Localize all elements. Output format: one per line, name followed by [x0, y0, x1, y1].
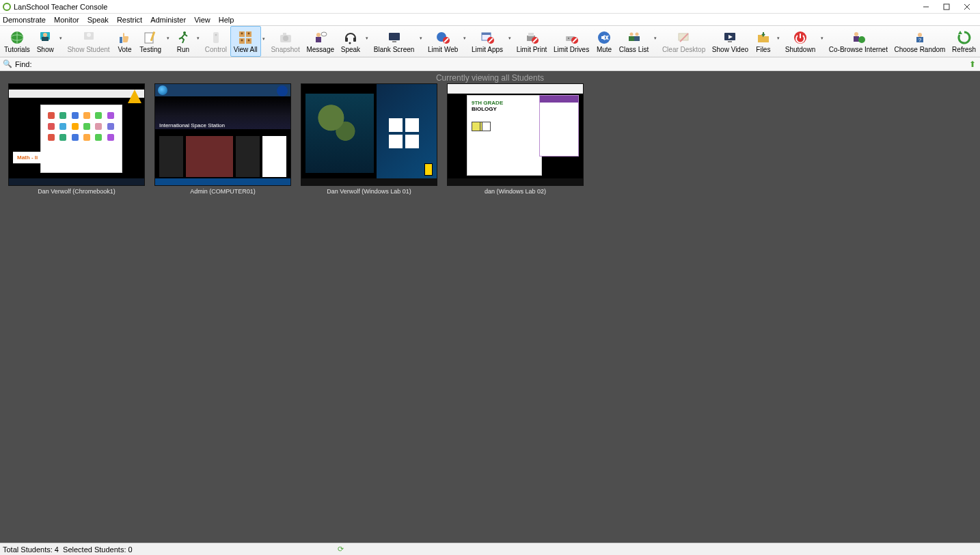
- dropdown-arrow-icon[interactable]: ▾: [821, 36, 824, 41]
- thumb-math-label: Math - li: [13, 152, 42, 163]
- dropdown-arrow-icon[interactable]: ▾: [654, 36, 657, 41]
- menu-demonstrate[interactable]: Demonstrate: [3, 16, 46, 24]
- drive-block-icon: [564, 30, 579, 45]
- menu-help[interactable]: Help: [219, 16, 234, 24]
- svg-point-8: [43, 33, 47, 37]
- dropdown-arrow-icon[interactable]: ▾: [262, 36, 265, 42]
- headset-icon: [343, 30, 358, 45]
- dropdown-arrow-icon[interactable]: ▾: [463, 36, 466, 41]
- toolbar-message-button[interactable]: Message: [303, 26, 338, 57]
- toolbar-refresh-button[interactable]: Refresh: [949, 26, 979, 57]
- toolbar-limit-drives-button[interactable]: Limit Drives: [550, 26, 593, 57]
- toolbar-shutdown-button[interactable]: Shutdown ▾: [782, 26, 819, 57]
- power-icon: [793, 30, 808, 45]
- toolbar: Tutorials Show ▾ Show Student Vote Testi…: [0, 26, 980, 57]
- camera-icon: [278, 30, 293, 45]
- toolbar-testing-label: Testing: [139, 46, 161, 53]
- toolbar-show-label: Show: [37, 46, 54, 53]
- svg-point-15: [183, 31, 186, 34]
- student-thumbnail[interactable]: 9TH GRADEBIOLOGY dan (Windows Lab 02): [447, 83, 584, 195]
- svg-point-27: [283, 36, 288, 41]
- toolbar-limit-apps-button[interactable]: Limit Apps ▾: [468, 26, 506, 57]
- toolbar-files-button[interactable]: Files ▾: [752, 26, 775, 57]
- thumb-bio-label: BIOLOGY: [472, 106, 537, 112]
- menu-monitor[interactable]: Monitor: [54, 16, 79, 24]
- toolbar-show-button[interactable]: Show ▾: [33, 26, 57, 57]
- person-random-icon: ?: [912, 30, 927, 45]
- svg-point-49: [568, 38, 569, 39]
- toolbar-show-student-label: Show Student: [67, 46, 109, 53]
- toolbar-class-list-button[interactable]: Class List ▾: [616, 26, 652, 57]
- toolbar-message-label: Message: [306, 46, 334, 53]
- svg-point-23: [248, 33, 250, 35]
- menubar: Demonstrate Monitor Speak Restrict Admin…: [0, 14, 980, 26]
- svg-point-55: [629, 33, 633, 36]
- svg-point-31: [321, 32, 327, 36]
- menu-restrict[interactable]: Restrict: [117, 16, 142, 24]
- svg-rect-41: [482, 33, 491, 35]
- find-label: Find:: [15, 60, 31, 68]
- svg-point-64: [854, 32, 858, 36]
- toolbar-blank-screen-button[interactable]: Blank Screen ▾: [370, 26, 418, 57]
- svg-marker-70: [958, 31, 962, 34]
- toolbar-view-all-label: View All: [234, 46, 258, 53]
- toolbar-show-video-button[interactable]: Show Video: [709, 26, 752, 57]
- monitor-blank-icon: [387, 30, 402, 45]
- folder-arrow-icon: [756, 30, 771, 45]
- dropdown-arrow-icon[interactable]: ▾: [167, 36, 169, 41]
- thumb-iss-label: International Space Station: [159, 122, 225, 128]
- dropdown-arrow-icon[interactable]: ▾: [366, 36, 368, 41]
- person-bubble-icon: [313, 30, 328, 45]
- toolbar-vote-button[interactable]: Vote: [113, 26, 136, 57]
- menu-speak[interactable]: Speak: [87, 16, 109, 24]
- student-caption: Dan Verwolf (Chromebook1): [38, 188, 115, 195]
- toolbar-shutdown-label: Shutdown: [785, 46, 815, 53]
- svg-rect-32: [345, 38, 348, 42]
- toolbar-view-all-button[interactable]: View All ▾: [230, 26, 261, 57]
- dropdown-arrow-icon[interactable]: ▾: [777, 36, 780, 41]
- student-thumbnail[interactable]: Math - liDan Verwolf (Chromebook1): [8, 83, 145, 195]
- svg-point-57: [635, 33, 638, 36]
- toolbar-choose-random-button[interactable]: ? Choose Random: [891, 26, 949, 57]
- desk-clear-icon: [677, 30, 692, 45]
- dropdown-arrow-icon[interactable]: ▾: [59, 36, 62, 41]
- toolbar-testing-button[interactable]: Testing ▾: [136, 26, 164, 57]
- toolbar-limit-print-button[interactable]: Limit Print: [513, 26, 550, 57]
- refresh-status-icon: ⟳: [338, 545, 344, 554]
- globe-block-icon: [435, 30, 450, 45]
- toolbar-limit-web-label: Limit Web: [428, 46, 458, 53]
- dropdown-arrow-icon[interactable]: ▾: [197, 36, 200, 41]
- toolbar-run-button[interactable]: Run ▾: [172, 26, 195, 57]
- workspace: Currently viewing all Students Math - li…: [0, 71, 980, 543]
- toolbar-snapshot-label: Snapshot: [271, 46, 299, 53]
- close-button[interactable]: [957, 1, 977, 13]
- svg-rect-12: [120, 37, 122, 43]
- minimize-button[interactable]: [916, 1, 936, 13]
- toolbar-cobrowse-button[interactable]: Co-Browse Internet: [826, 26, 891, 57]
- svg-rect-30: [316, 37, 321, 42]
- person-cyan-icon: [38, 30, 53, 45]
- toolbar-refresh-label: Refresh: [952, 46, 976, 53]
- window-title: LanSchool Teacher Console: [14, 3, 107, 11]
- window-block-icon: [480, 30, 495, 45]
- dropdown-arrow-icon[interactable]: ▾: [420, 36, 422, 41]
- remote-icon: [208, 30, 223, 45]
- toolbar-mute-label: Mute: [597, 46, 612, 53]
- dropdown-arrow-icon[interactable]: ▾: [508, 36, 511, 41]
- toolbar-speak-button[interactable]: Speak ▾: [338, 26, 364, 57]
- menu-administer[interactable]: Administer: [150, 16, 186, 24]
- student-thumbnail[interactable]: International Space Station Admin (COMPU…: [154, 83, 291, 195]
- toolbar-run-label: Run: [177, 46, 189, 53]
- student-caption: dan (Windows Lab 02): [485, 188, 546, 195]
- svg-point-34: [349, 42, 351, 44]
- toolbar-vote-label: Vote: [118, 46, 131, 53]
- menu-view[interactable]: View: [194, 16, 210, 24]
- student-thumbnail[interactable]: Dan Verwolf (Windows Lab 01): [301, 83, 437, 195]
- maximize-button[interactable]: [936, 1, 957, 13]
- toolbar-tutorials-button[interactable]: Tutorials: [1, 26, 33, 57]
- find-input[interactable]: [34, 60, 966, 68]
- search-icon: 🔍: [3, 59, 12, 68]
- toolbar-limit-web-button[interactable]: Limit Web ▾: [424, 26, 461, 57]
- printer-block-icon: [524, 30, 539, 45]
- toolbar-mute-button[interactable]: Mute: [593, 26, 616, 57]
